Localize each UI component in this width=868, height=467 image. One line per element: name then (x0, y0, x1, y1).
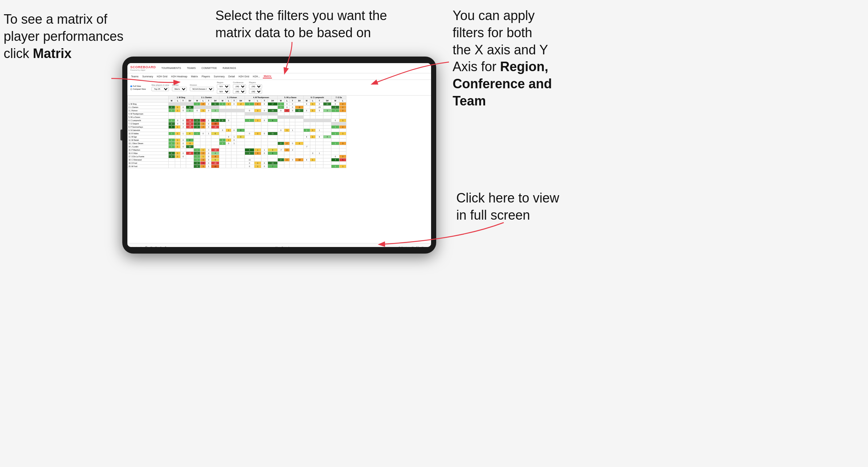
cell-12-4 (194, 142, 200, 145)
cell-0-15: 17 (268, 103, 278, 106)
subnav-players[interactable]: Players (201, 75, 211, 78)
player-name-18: 19. D Ford (128, 162, 169, 165)
cell-6-10 (231, 122, 237, 126)
cell-4-4 (194, 116, 200, 119)
zoom-out-button[interactable]: ⊟ (154, 246, 158, 247)
cell-6-16 (277, 122, 284, 126)
cell-1-13 (254, 106, 261, 109)
subnav-h2h-grid2[interactable]: H2H Grid (238, 75, 250, 78)
annotation-text: Axis for (453, 59, 500, 74)
cell-11-15 (268, 139, 278, 142)
cell-2-22: 0 (315, 109, 323, 112)
cell-7-0: 5 (168, 126, 175, 129)
players-select2[interactable]: (All) (249, 89, 262, 94)
subnav-h2h-heatmap[interactable]: H2H Heatmap (170, 75, 188, 78)
conference-select2[interactable]: (All) (233, 89, 246, 94)
subnav-summary2[interactable]: Summary (213, 75, 226, 78)
region-select2[interactable]: N/A (217, 89, 230, 94)
division-select[interactable]: NCAA Division I (190, 87, 214, 91)
player-name-6: 7. G Sargent (128, 122, 169, 126)
cell-3-8 (219, 112, 226, 116)
cell-18-23 (323, 162, 331, 165)
cell-5-1: 0 (175, 119, 180, 122)
nav-rankings[interactable]: RANKINGS (222, 66, 237, 70)
subnav-matrix-active[interactable]: Matrix (263, 74, 272, 78)
player-name-14: 15. P Maichon (128, 148, 169, 152)
cell-7-25: 2 (339, 126, 346, 129)
cell-12-7 (211, 142, 219, 145)
subnav-matrix[interactable]: Matrix (190, 75, 199, 78)
redo-button[interactable]: ↪ (135, 246, 138, 247)
cell-8-23 (323, 129, 331, 132)
add-button[interactable]: ⊕ (159, 246, 162, 247)
cell-3-4 (194, 112, 200, 116)
cell-14-14: 1 (261, 148, 268, 152)
cell-14-23 (323, 148, 331, 152)
cell-1-8 (219, 106, 226, 109)
nav-committee[interactable]: COMMITTEE (200, 66, 218, 70)
subnav-teams[interactable]: Teams (130, 75, 139, 78)
grid-button[interactable]: ⊞ (411, 246, 414, 247)
cell-7-15 (268, 126, 278, 129)
cell-3-18 (290, 112, 295, 116)
cell-8-3 (186, 129, 194, 132)
sh-l2: L (200, 99, 206, 103)
nav-teams[interactable]: TEAMS (186, 66, 197, 70)
cell-2-6: 0 (206, 109, 211, 112)
undo-button[interactable]: ↩ (130, 246, 134, 247)
watch-button[interactable]: 👁 Watch ▾ (397, 246, 410, 247)
cell-19-25: 1 (339, 165, 346, 168)
cell-4-24 (331, 116, 339, 119)
cell-19-5: 3 (200, 165, 206, 168)
cell-18-13: 1 (254, 162, 261, 165)
cell-14-9 (226, 148, 231, 152)
players-select1[interactable]: (All) (249, 84, 262, 89)
cell-11-18 (290, 139, 295, 142)
annotation-bold: Conference and (453, 76, 552, 91)
cell-15-20 (303, 152, 310, 155)
cell-18-0 (168, 162, 175, 165)
settings-button[interactable]: ⚙ (164, 246, 167, 247)
cell-5-18 (290, 119, 295, 122)
matrix-container[interactable]: 1. W Ding 2. L Clanton 3. J Koivun 4. M … (127, 96, 431, 243)
full-view-radio[interactable] (130, 85, 132, 87)
player-name-9: 10. B Valdes (128, 132, 169, 135)
cell-10-8 (219, 135, 226, 139)
cell-11-22 (315, 139, 323, 142)
compact-view-label[interactable]: Compact View (130, 88, 146, 90)
cell-7-6: 0 (206, 126, 211, 129)
cell-13-4 (194, 145, 200, 148)
subnav-summary[interactable]: Summary (142, 75, 154, 78)
subnav-h2h-grid[interactable]: H2H Grid (156, 75, 168, 78)
conference-label: Conference (233, 81, 246, 84)
compact-view-radio[interactable] (130, 88, 132, 90)
cell-1-0: 2 (168, 106, 175, 109)
share-button[interactable]: Share (421, 246, 428, 247)
gender-select[interactable]: Men's (172, 87, 187, 91)
cell-7-14 (261, 126, 268, 129)
cell-11-13 (254, 139, 261, 142)
save-button[interactable]: 🖫 (145, 246, 148, 247)
region-select1[interactable]: N/A (217, 84, 230, 89)
cell-14-17: 2 (284, 148, 290, 152)
nav-tournaments[interactable]: TOURNAMENTS (160, 66, 182, 70)
cell-3-0 (168, 112, 175, 116)
cell-7-1: 1 (175, 126, 180, 129)
cell-19-20 (303, 165, 310, 168)
cell-18-6: 0 (206, 162, 211, 165)
conference-select1[interactable]: (All) (233, 84, 246, 89)
full-view-label[interactable]: Full View (130, 85, 146, 87)
annotation-text: click (4, 46, 33, 61)
zoom-in-button[interactable]: ⊞ (150, 246, 153, 247)
player-name-16: 17. S De La Fuente (128, 155, 169, 158)
cell-4-22 (315, 116, 323, 119)
cell-17-5: 3 (200, 158, 206, 162)
subnav-h2h2[interactable]: H2H... (252, 75, 261, 78)
max-players-select[interactable]: Top 25 (151, 87, 169, 91)
cell-3-23 (323, 112, 331, 116)
subnav-detail[interactable]: Detail (227, 75, 235, 78)
cell-0-19 (295, 103, 303, 106)
play-button[interactable]: ⊳ (140, 246, 143, 247)
fullscreen-button[interactable]: ⛶ (416, 246, 419, 247)
cell-9-12: 0 (245, 132, 254, 135)
